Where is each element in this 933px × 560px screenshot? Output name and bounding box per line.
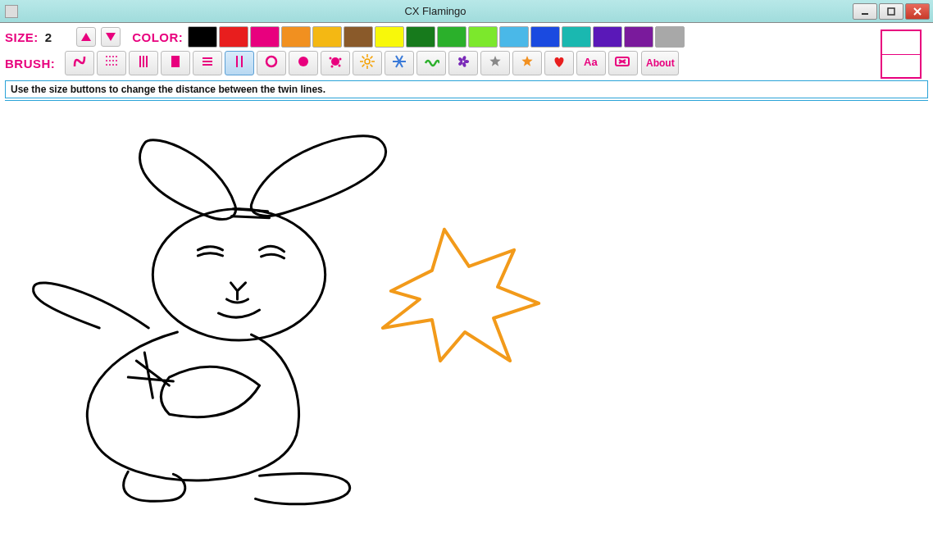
- brush-solid-circle[interactable]: [289, 51, 318, 75]
- color-swatch-teal[interactable]: [562, 26, 591, 48]
- brush-buttons: Aa: [65, 51, 638, 75]
- preview-box: [881, 30, 922, 79]
- svg-point-27: [331, 57, 339, 66]
- brush-horiz-lines[interactable]: [193, 51, 222, 75]
- brush-flower-purple[interactable]: [448, 51, 478, 75]
- curve-icon: [71, 53, 88, 73]
- svg-point-10: [112, 60, 114, 61]
- color-swatch-black[interactable]: [188, 26, 217, 48]
- svg-point-9: [109, 60, 111, 61]
- size-label: SIZE:: [5, 30, 39, 44]
- star-gray-icon: [487, 53, 503, 73]
- svg-point-8: [106, 60, 107, 61]
- brush-solid-rect[interactable]: [161, 51, 190, 75]
- heart-icon: [551, 53, 567, 73]
- svg-point-29: [339, 58, 342, 61]
- svg-text:Aa: Aa: [584, 56, 598, 68]
- svg-point-14: [112, 64, 114, 66]
- size-down-button[interactable]: [101, 27, 121, 47]
- brush-curve[interactable]: [65, 51, 94, 75]
- color-swatch-purple[interactable]: [593, 26, 622, 48]
- brush-twin-lines[interactable]: [225, 51, 254, 75]
- minimize-button[interactable]: [853, 3, 877, 20]
- color-swatch-yellow-orange[interactable]: [312, 26, 342, 48]
- triangle-down-icon: [106, 33, 116, 41]
- brush-sun[interactable]: [353, 51, 382, 75]
- svg-line-38: [362, 57, 365, 59]
- svg-point-31: [339, 65, 341, 67]
- canvas-drawing: [5, 101, 928, 555]
- text-icon: Aa: [582, 53, 600, 73]
- triangle-up-icon: [81, 33, 91, 41]
- color-swatches: [188, 26, 685, 48]
- svg-point-26: [298, 57, 308, 66]
- color-label: COLOR:: [132, 30, 183, 44]
- color-swatch-green[interactable]: [437, 26, 466, 48]
- brush-heart[interactable]: [544, 51, 574, 75]
- svg-line-34: [371, 65, 373, 67]
- about-button[interactable]: About: [641, 51, 679, 75]
- svg-point-7: [116, 56, 117, 57]
- svg-line-36: [362, 65, 365, 67]
- snowflake-icon: [391, 53, 407, 73]
- solid-circle-icon: [295, 53, 312, 73]
- color-swatch-magenta[interactable]: [250, 26, 280, 48]
- svg-marker-49: [490, 56, 501, 66]
- svg-point-30: [331, 66, 334, 68]
- color-swatch-red[interactable]: [219, 26, 248, 48]
- window-title: CX Flamingo: [18, 5, 853, 17]
- color-swatch-brown[interactable]: [344, 26, 373, 48]
- sun-icon: [359, 53, 375, 73]
- color-swatch-dark-green[interactable]: [406, 26, 435, 48]
- svg-marker-50: [522, 56, 533, 66]
- brush-ring[interactable]: [257, 51, 286, 75]
- brush-label: BRUSH:: [5, 57, 55, 71]
- size-up-button[interactable]: [76, 27, 96, 47]
- flower-purple-icon: [455, 53, 471, 73]
- vertical-stripes-icon: [135, 53, 152, 73]
- brush-text[interactable]: Aa: [576, 51, 606, 75]
- color-swatch-dark-purple[interactable]: [624, 26, 653, 48]
- size-value: 2: [45, 30, 52, 44]
- toolbar-brush-row: BRUSH: Aa About: [5, 51, 928, 75]
- svg-point-25: [266, 57, 276, 66]
- svg-point-28: [330, 57, 332, 60]
- eraser-icon: [614, 53, 632, 73]
- brush-star-gray[interactable]: [480, 51, 510, 75]
- color-swatch-gray[interactable]: [655, 26, 685, 48]
- svg-point-5: [109, 56, 111, 57]
- svg-point-4: [106, 56, 107, 57]
- brush-vertical-stripes[interactable]: [129, 51, 158, 75]
- color-swatch-blue[interactable]: [530, 26, 560, 48]
- squiggle-green-icon: [423, 53, 439, 73]
- star-orange-icon: [519, 53, 535, 73]
- color-swatch-yellow[interactable]: [375, 26, 404, 48]
- ring-icon: [263, 53, 280, 73]
- brush-dots-spray[interactable]: [97, 51, 126, 75]
- color-swatch-lime[interactable]: [468, 26, 498, 48]
- svg-point-15: [116, 64, 117, 66]
- horiz-lines-icon: [199, 53, 216, 73]
- toolbar-top: SIZE: 2 COLOR:: [5, 26, 928, 48]
- brush-squiggle-green[interactable]: [416, 51, 446, 75]
- svg-rect-19: [171, 56, 180, 67]
- svg-point-11: [116, 60, 117, 61]
- brush-eraser[interactable]: [608, 51, 638, 75]
- dots-spray-icon: [103, 53, 120, 73]
- svg-line-40: [371, 57, 373, 59]
- brush-splat[interactable]: [321, 51, 350, 75]
- brush-snowflake[interactable]: [385, 51, 414, 75]
- maximize-button[interactable]: [879, 3, 903, 20]
- svg-rect-1: [888, 8, 894, 15]
- drawing-canvas[interactable]: [5, 100, 928, 555]
- close-button[interactable]: [905, 3, 930, 20]
- about-label: About: [646, 57, 675, 69]
- titlebar: CX Flamingo: [0, 0, 933, 23]
- svg-point-6: [112, 56, 114, 57]
- splat-icon: [327, 53, 344, 73]
- color-swatch-sky-blue[interactable]: [499, 26, 529, 48]
- solid-rect-icon: [167, 53, 184, 73]
- brush-star-orange[interactable]: [512, 51, 542, 75]
- hint-bar: Use the size buttons to change the dista…: [5, 80, 928, 98]
- color-swatch-orange[interactable]: [281, 26, 311, 48]
